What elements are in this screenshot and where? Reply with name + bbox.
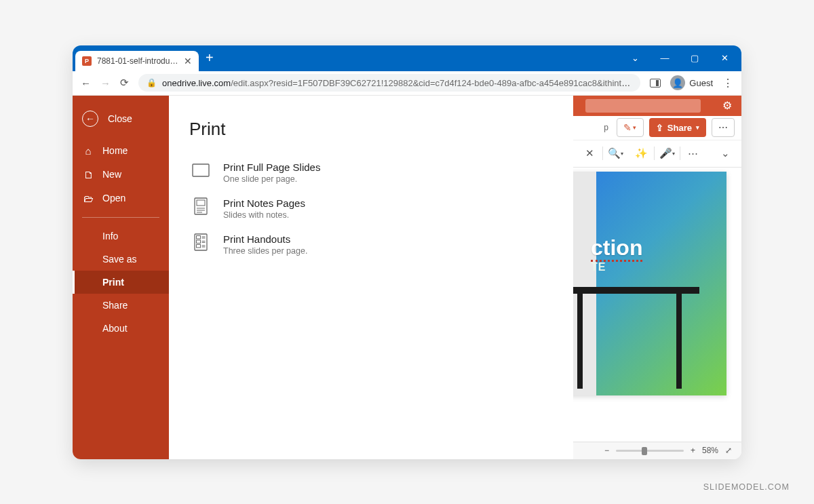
titlebar: P 7881-01-self-introduction-powe ✕ + ⌄ —…: [73, 45, 741, 71]
pen-mode-button[interactable]: ✎▾: [617, 118, 644, 137]
ppt-search-field[interactable]: [585, 99, 701, 113]
fit-to-window-icon[interactable]: ⤢: [725, 446, 732, 455]
open-folder-icon: 🗁: [82, 193, 94, 204]
profile-label: Guest: [689, 78, 713, 88]
close-file-menu-button[interactable]: ← Close: [73, 111, 169, 139]
close-label: Close: [108, 113, 132, 124]
tool-icon[interactable]: ✕: [580, 144, 599, 163]
share-label: Share: [667, 123, 692, 133]
notes-page-icon: [192, 197, 210, 215]
file-menu-label: Home: [102, 145, 128, 156]
divider: [82, 217, 159, 218]
option-title: Print Handouts: [223, 233, 307, 245]
file-menu-sidebar: ← Close ⌂ Home 🗋 New 🗁 Open Info Save as: [73, 96, 169, 459]
zoom-percent: 58%: [702, 446, 718, 455]
gear-icon[interactable]: ⚙: [722, 99, 732, 112]
back-button[interactable]: ←: [81, 77, 91, 89]
browser-window: P 7881-01-self-introduction-powe ✕ + ⌄ —…: [73, 45, 741, 459]
slide-subtitle-text: TE: [591, 261, 606, 273]
file-menu-about[interactable]: About: [73, 317, 169, 340]
ppt-toolbar: ✕ 🔍▾ ✨ 🎤▾ ⋯ ⌄: [573, 140, 741, 168]
chevron-down-icon: ▾: [696, 124, 699, 131]
slide-table-graphic: [566, 287, 706, 389]
slide-canvas-area: ction TE: [573, 168, 726, 442]
share-button[interactable]: ⇪ Share ▾: [649, 118, 706, 137]
zoom-in-button[interactable]: +: [691, 446, 695, 455]
file-menu-share[interactable]: Share: [73, 294, 169, 317]
option-title: Print Full Page Slides: [223, 161, 320, 173]
file-menu: ← Close ⌂ Home 🗋 New 🗁 Open Info Save as: [73, 96, 573, 459]
window-controls: ⌄ — ▢ ✕: [621, 49, 739, 68]
maximize-button[interactable]: ▢: [680, 49, 709, 68]
slide-title-text: ction: [591, 235, 642, 260]
svg-rect-7: [197, 235, 201, 239]
close-window-button[interactable]: ✕: [710, 49, 739, 68]
svg-rect-9: [197, 244, 201, 248]
browser-tab[interactable]: P 7881-01-self-introduction-powe ✕: [75, 51, 199, 71]
address-field[interactable]: 🔒 onedrive.live.com/edit.aspx?resid=1F50…: [138, 74, 640, 92]
tab-close-icon[interactable]: ✕: [184, 56, 192, 66]
page-title: Print: [189, 119, 553, 140]
file-menu-open[interactable]: 🗁 Open: [73, 187, 169, 210]
powerpoint-favicon-icon: P: [82, 56, 92, 66]
avatar-icon: 👤: [670, 75, 685, 90]
overflow-icon[interactable]: ⋯: [683, 144, 702, 163]
url-bar: ← → ⟳ 🔒 onedrive.live.com/edit.aspx?resi…: [73, 71, 741, 96]
file-menu-new[interactable]: 🗋 New: [73, 163, 169, 187]
svg-rect-0: [193, 164, 209, 176]
chevron-down-icon[interactable]: ⌄: [621, 49, 649, 68]
file-menu-label: Open: [102, 193, 125, 203]
forward-button[interactable]: →: [100, 77, 111, 89]
profile-chip[interactable]: 👤 Guest: [670, 75, 713, 90]
file-menu-panel: Print Print Full Page Slides One slide p…: [169, 96, 573, 459]
svg-rect-2: [197, 200, 205, 206]
page-content: ⚙ p ✎▾ ⇪ Share ▾ ⋯ ✕ 🔍▾ ✨ 🎤▾ ⋯ ⌄ ction T…: [73, 96, 741, 459]
collapse-ribbon-icon[interactable]: ⌄: [716, 144, 735, 163]
minimize-button[interactable]: —: [651, 49, 679, 68]
browser-menu-icon[interactable]: ⋮: [722, 77, 733, 90]
zoom-out-button[interactable]: −: [604, 446, 609, 455]
file-menu-home[interactable]: ⌂ Home: [73, 139, 169, 163]
watermark: SLIDEMODEL.COM: [703, 482, 790, 492]
tab-title: 7881-01-self-introduction-powe: [97, 56, 178, 66]
option-subtitle: One slide per page.: [223, 174, 320, 184]
reload-button[interactable]: ⟳: [120, 77, 129, 89]
file-menu-label: New: [102, 169, 121, 180]
full-page-icon: [192, 161, 210, 179]
magic-icon[interactable]: ✨: [632, 144, 651, 163]
print-full-page-slides[interactable]: Print Full Page Slides One slide per pag…: [189, 155, 553, 191]
slide-preview[interactable]: ction TE: [566, 172, 726, 395]
ppt-header-strip: ⚙: [573, 96, 741, 116]
share-icon: ⇪: [656, 123, 663, 133]
new-file-icon: 🗋: [82, 169, 94, 180]
search-icon[interactable]: 🔍▾: [606, 144, 625, 163]
option-subtitle: Three slides per page.: [223, 246, 307, 256]
new-tab-button[interactable]: +: [199, 50, 220, 66]
more-button[interactable]: ⋯: [712, 118, 735, 137]
back-arrow-icon: ←: [82, 111, 98, 127]
handouts-icon: [192, 233, 210, 251]
option-title: Print Notes Pages: [223, 197, 305, 209]
url-text: onedrive.live.com/edit.aspx?resid=1F507D…: [162, 78, 632, 88]
extensions-icon[interactable]: [650, 79, 661, 88]
svg-rect-8: [197, 240, 201, 244]
print-handouts[interactable]: Print Handouts Three slides per page.: [189, 227, 553, 263]
option-subtitle: Slides with notes.: [223, 210, 305, 220]
file-menu-save-as[interactable]: Save as: [73, 248, 169, 271]
file-menu-print[interactable]: Print: [73, 271, 169, 294]
ribbon-hint: p: [604, 123, 608, 132]
lock-icon: 🔒: [147, 78, 157, 88]
file-menu-info[interactable]: Info: [73, 225, 169, 248]
mic-icon[interactable]: 🎤▾: [657, 144, 676, 163]
zoom-slider[interactable]: [616, 450, 684, 452]
ppt-ribbon: p ✎▾ ⇪ Share ▾ ⋯: [573, 116, 741, 140]
print-notes-pages[interactable]: Print Notes Pages Slides with notes.: [189, 191, 553, 227]
home-icon: ⌂: [82, 145, 94, 157]
